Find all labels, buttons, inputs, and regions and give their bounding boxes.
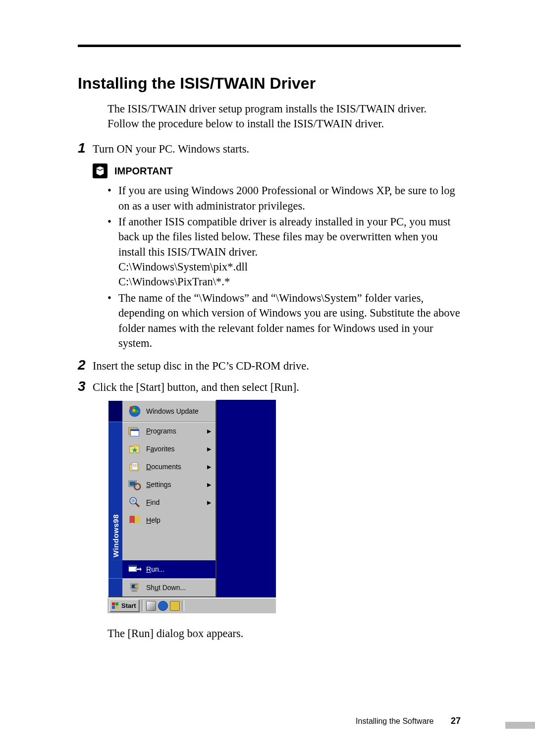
sidebar-spacer-3: [108, 458, 122, 476]
menu-label-settings: Settings: [146, 481, 206, 488]
svg-point-19: [131, 499, 135, 503]
important-icon: [93, 163, 107, 178]
svg-rect-1: [130, 406, 132, 409]
svg-point-17: [136, 486, 139, 488]
menu-item-windows-update[interactable]: Windows Update: [108, 401, 215, 422]
menu-label-favorites: Favorites: [146, 445, 206, 453]
svg-rect-31: [115, 606, 118, 609]
favorites-icon: [126, 442, 143, 456]
shutdown-icon: [126, 581, 143, 594]
start-button-label: Start: [121, 602, 136, 609]
horizontal-rule: [78, 45, 461, 47]
svg-rect-28: [112, 602, 115, 605]
svg-rect-2: [133, 406, 135, 409]
svg-rect-26: [132, 591, 137, 592]
menu-label-programs: Programs: [146, 427, 206, 435]
after-screenshot-text: The [Run] dialog box appears.: [107, 627, 461, 640]
sidebar-spacer-2: [108, 440, 122, 458]
important-item-2-line1: If another ISIS compatible driver is alr…: [118, 215, 461, 260]
page-title: Installing the ISIS/TWAIN Driver: [78, 74, 461, 93]
page-edge-tab: [505, 722, 535, 729]
footer-text: Installing the Software: [356, 717, 433, 725]
step-2-number: 2: [78, 358, 93, 373]
content-area: Installing the ISIS/TWAIN Driver The ISI…: [78, 74, 461, 640]
footer: Installing the Software 27: [0, 716, 535, 726]
menu-item-programs[interactable]: Programs ▶: [108, 422, 215, 440]
submenu-arrow: ▶: [206, 446, 213, 452]
menu-item-help[interactable]: Windows98 Help: [108, 511, 215, 560]
quick-launch: [146, 601, 180, 611]
find-icon: [126, 495, 143, 509]
submenu-arrow: ▶: [206, 428, 213, 434]
sidebar-top: [108, 401, 122, 422]
important-item-2-body: If another ISIS compatible driver is alr…: [118, 215, 461, 290]
submenu-arrow: ▶: [206, 464, 213, 470]
important-label: IMPORTANT: [114, 165, 172, 177]
sidebar-spacer-8: [108, 579, 122, 596]
svg-rect-10: [132, 463, 137, 470]
submenu-placeholder: [216, 400, 276, 597]
sidebar-spacer-7: [108, 560, 122, 578]
step-2: 2 Insert the setup disc in the PC’s CD-R…: [78, 358, 461, 374]
start-button[interactable]: Start: [109, 599, 140, 612]
menu-item-find[interactable]: Find ▶: [108, 493, 215, 511]
menu-item-favorites[interactable]: Favorites ▶: [108, 440, 215, 458]
important-heading: IMPORTANT: [93, 163, 461, 178]
step-3-number: 3: [78, 379, 93, 394]
sidebar-spacer-1: [108, 422, 122, 440]
svg-rect-25: [133, 589, 136, 590]
taskbar-divider-2: [182, 600, 184, 611]
menu-label-help: Help: [146, 516, 215, 524]
run-icon: [126, 562, 143, 576]
important-item-2-line3: C:\Windows\PixTran\*.*: [118, 274, 461, 289]
windows-flag-icon: [111, 602, 119, 610]
important-list: If you are using Windows 2000 Profession…: [107, 183, 461, 351]
svg-rect-29: [115, 602, 118, 605]
start-menu: Windows Update Programs ▶: [107, 400, 216, 597]
menu-label-documents: Documents: [146, 463, 206, 471]
menu-item-run[interactable]: Run...: [108, 560, 215, 578]
menu-item-shutdown[interactable]: Shut Down...: [108, 578, 215, 596]
svg-line-20: [136, 503, 139, 507]
svg-rect-22: [129, 565, 137, 567]
important-item-1: If you are using Windows 2000 Profession…: [107, 183, 461, 214]
ie-icon[interactable]: [158, 601, 168, 611]
taskbar-divider: [142, 600, 144, 611]
svg-rect-3: [130, 409, 132, 412]
documents-icon: [126, 460, 143, 474]
menu-label-windows-update: Windows Update: [146, 407, 215, 415]
important-item-1-text: If you are using Windows 2000 Profession…: [118, 183, 461, 214]
step-3: 3 Click the [Start] button, and then sel…: [78, 379, 461, 395]
desktop-icon[interactable]: [146, 601, 156, 611]
outlook-icon[interactable]: [170, 601, 180, 611]
menu-label-shutdown: Shut Down...: [146, 584, 215, 592]
help-icon: [126, 513, 143, 527]
submenu-arrow: ▶: [206, 482, 213, 488]
menu-item-settings[interactable]: Settings ▶: [108, 476, 215, 493]
important-item-3-text: The name of the “\Windows” and “\Windows…: [118, 291, 461, 351]
step-1-number: 1: [78, 141, 93, 156]
sidebar-spacer-5: [108, 493, 122, 511]
important-item-2-line2: C:\Windows\System\pix*.dll: [118, 260, 461, 274]
intro-paragraph: The ISIS/TWAIN driver setup program inst…: [107, 102, 461, 132]
svg-rect-7: [130, 430, 139, 431]
page: Installing the ISIS/TWAIN Driver The ISI…: [0, 0, 535, 756]
settings-icon: [126, 478, 143, 491]
important-item-3: The name of the “\Windows” and “\Windows…: [107, 291, 461, 351]
sidebar-brand: Windows98: [108, 511, 122, 560]
menu-item-documents[interactable]: Documents ▶: [108, 458, 215, 476]
step-1: 1 Turn ON your PC. Windows starts.: [78, 141, 461, 157]
menu-label-run: Run...: [146, 565, 215, 573]
svg-rect-4: [133, 409, 135, 412]
taskbar: Start: [107, 597, 276, 613]
menu-label-find: Find: [146, 498, 206, 506]
programs-icon: [126, 424, 143, 438]
sidebar-brand-text: Windows98: [111, 514, 120, 557]
important-item-2: If another ISIS compatible driver is alr…: [107, 215, 461, 290]
step-1-text: Turn ON your PC. Windows starts.: [93, 141, 249, 157]
windows-update-icon: [126, 404, 143, 418]
submenu-arrow: ▶: [206, 499, 213, 506]
step-2-text: Insert the setup disc in the PC’s CD-ROM…: [93, 358, 309, 374]
sidebar-spacer-4: [108, 476, 122, 493]
svg-rect-30: [112, 606, 115, 609]
